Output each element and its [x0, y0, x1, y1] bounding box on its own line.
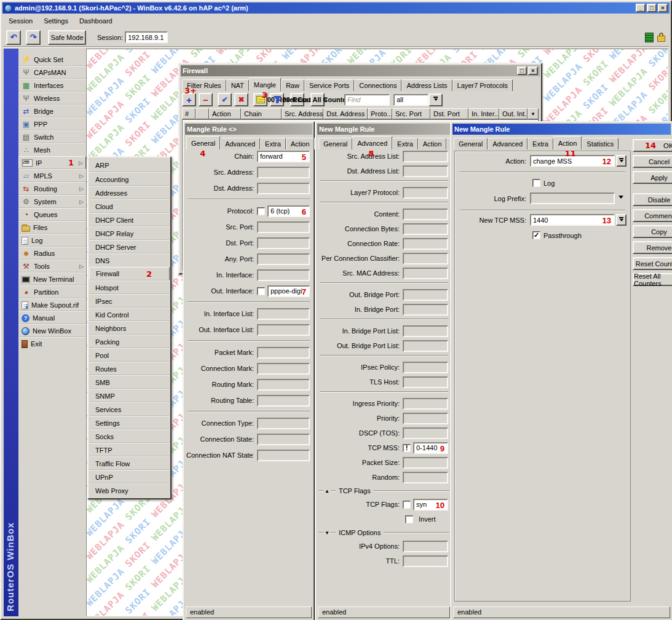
filter-select[interactable]: all: [393, 94, 429, 106]
column-options-button[interactable]: ▼: [528, 108, 539, 119]
sidebar-item-mpls[interactable]: ▱MPLS▷: [18, 169, 86, 182]
column-header-src-address[interactable]: Src. Address: [282, 108, 323, 119]
ip-menu-item-dhcp-server[interactable]: DHCP Server: [89, 240, 170, 253]
sidebar-item-log[interactable]: Log: [18, 234, 86, 247]
dst-address-list-input[interactable]: [403, 165, 448, 177]
mangle-general-tab-advanced[interactable]: Advanced: [220, 138, 260, 149]
log-checkbox[interactable]: [532, 179, 540, 187]
remove-button[interactable]: Remove: [633, 241, 672, 254]
sidebar-item-radius[interactable]: ☻Radius: [18, 247, 86, 260]
column-header-out-int[interactable]: Out. Int...: [499, 108, 528, 119]
column-header-src-port[interactable]: Src. Port: [392, 108, 430, 119]
disable-button[interactable]: Disable: [633, 193, 672, 206]
ip-menu-item-traffic-flow[interactable]: Traffic Flow: [89, 456, 170, 470]
ip-menu-item-packing[interactable]: Packing: [89, 335, 170, 348]
reset-counters-button[interactable]: Reset Counters: [633, 257, 672, 270]
in-bridge-port-list-input[interactable]: [403, 325, 448, 337]
log-prefix-input[interactable]: [530, 193, 615, 204]
collapse-arrow-icon[interactable]: ▲: [325, 488, 330, 494]
mangle-action-tab-action[interactable]: Action11: [553, 136, 582, 149]
ip-menu-item-addresses[interactable]: Addresses: [89, 186, 170, 199]
mangle-advanced-tab-extra[interactable]: Extra: [392, 138, 418, 149]
ip-menu-item-accounting[interactable]: Accounting: [89, 172, 170, 186]
out-bridge-port-input[interactable]: [403, 289, 448, 301]
random-input[interactable]: [403, 472, 448, 483]
firewall-tab-connections[interactable]: Connections: [354, 79, 401, 91]
copy-button[interactable]: Copy: [633, 225, 672, 238]
connection-nat-state-input[interactable]: [257, 450, 310, 461]
safe-mode-button[interactable]: Safe Mode: [48, 30, 86, 45]
sidebar-item-exit[interactable]: Exit: [18, 337, 86, 350]
sidebar-item-files[interactable]: Files: [18, 221, 86, 234]
reset-all-counters-button[interactable]: 00 Reset All Counters: [310, 93, 325, 106]
new-tcp-mss-input[interactable]: 1440 13: [530, 214, 615, 226]
ip-menu-item-dhcp-client[interactable]: DHCP Client: [89, 213, 170, 226]
ip-menu-item-socks[interactable]: Socks: [89, 429, 170, 443]
out-bridge-port-list-input[interactable]: [403, 340, 448, 352]
ip-menu-item-arp[interactable]: ARP: [89, 159, 170, 172]
close-button[interactable]: ×: [658, 4, 668, 12]
action-dropdown-button[interactable]: [616, 155, 627, 167]
mangle-action-tab-advanced[interactable]: Advanced: [488, 138, 528, 149]
find-input[interactable]: Find: [344, 94, 390, 106]
ttl-input[interactable]: [403, 555, 448, 567]
menu-session[interactable]: Session: [3, 16, 38, 26]
ip-menu-item-neighbors[interactable]: Neighbors: [89, 321, 170, 335]
firewall-tab-layer7-protocols[interactable]: Layer7 Protocols: [453, 79, 513, 91]
column-header-action[interactable]: Action: [209, 108, 241, 119]
tls-host-input[interactable]: [403, 376, 448, 388]
column-header-[interactable]: #: [182, 108, 196, 119]
protocol-input[interactable]: 6 (tcp)6: [267, 205, 310, 217]
ip-menu-item-pool[interactable]: Pool: [89, 348, 170, 362]
apply-button[interactable]: Apply: [633, 171, 672, 184]
mangle-advanced-tab-action[interactable]: Action: [418, 138, 447, 149]
per-connection-classifier-input[interactable]: [403, 253, 448, 264]
sidebar-item-system[interactable]: ⚙System▷: [18, 195, 86, 208]
connection-type-input[interactable]: [257, 418, 310, 429]
sidebar-item-new-terminal[interactable]: New Terminal: [18, 272, 86, 285]
mangle-general-tab-extra[interactable]: Extra: [260, 138, 286, 149]
out-interface-enable-checkbox[interactable]: [257, 287, 265, 295]
ip-menu-item-snmp[interactable]: SNMP: [89, 389, 170, 402]
firewall-tab-nat[interactable]: NAT: [226, 79, 249, 91]
passthrough-checkbox[interactable]: ✓: [532, 231, 540, 239]
priority-input[interactable]: [403, 413, 448, 424]
mangle-general-tab-general[interactable]: General4: [186, 136, 220, 149]
sidebar-item-make-supout-rif[interactable]: Make Supout.rif: [18, 298, 86, 311]
session-value-box[interactable]: 192.168.9.1: [125, 31, 168, 43]
tcp-mss-input[interactable]: 0-14409: [413, 442, 448, 454]
sidebar-item-new-winbox[interactable]: New WinBox: [18, 324, 86, 337]
group-header-icmp-options[interactable]: ▼ICMP Options: [318, 528, 449, 537]
mangle-action-tab-statistics[interactable]: Statistics: [582, 138, 619, 149]
tcp-flags-enable-checkbox[interactable]: [403, 501, 411, 509]
out-interface-list-input[interactable]: [257, 324, 310, 336]
ip-menu-item-web-proxy[interactable]: Web Proxy: [89, 483, 170, 497]
src-address-list-input[interactable]: [403, 151, 448, 162]
cancel-button[interactable]: Cancel: [633, 155, 672, 168]
sidebar-item-bridge[interactable]: ⇄Bridge: [18, 105, 86, 117]
any-port-input[interactable]: [257, 253, 310, 265]
column-header-proto[interactable]: Proto...: [368, 108, 392, 119]
ip-menu-item-hotspot[interactable]: Hotspot: [89, 280, 170, 294]
ip-menu-item-ipsec[interactable]: IPsec: [89, 294, 170, 308]
ipsec-policy-input[interactable]: [403, 362, 448, 373]
ip-menu-item-cloud[interactable]: Cloud: [89, 199, 170, 213]
reset-all-counters-button[interactable]: Reset All Counters: [633, 273, 672, 286]
menu-dashboard[interactable]: Dashboard: [74, 16, 118, 26]
firewall-tab-address-lists[interactable]: Address Lists: [401, 79, 452, 91]
menu-settings[interactable]: Settings: [38, 16, 74, 26]
column-header-blank[interactable]: [196, 108, 209, 119]
dscp-tos-input[interactable]: [403, 427, 448, 439]
column-header-dst-port[interactable]: Dst. Port: [430, 108, 468, 119]
mangle-action-tab-extra[interactable]: Extra: [528, 138, 553, 149]
mangle-advanced-tab-advanced[interactable]: Advanced8: [352, 136, 392, 149]
connection-rate-input[interactable]: [403, 238, 448, 250]
sidebar-item-capsman[interactable]: ΨCAPsMAN: [18, 66, 86, 79]
sidebar-item-tools[interactable]: ⚒Tools▷: [18, 260, 86, 272]
group-header-tcp-flags[interactable]: ▲TCP Flags: [318, 487, 449, 495]
invert-checkbox[interactable]: [405, 515, 413, 523]
ip-menu-item-settings[interactable]: Settings: [89, 416, 170, 429]
undo-button[interactable]: ↶: [6, 30, 21, 45]
ip-menu-item-firewall[interactable]: Firewall2: [89, 267, 170, 280]
sidebar-item-ppp[interactable]: ▣PPP: [18, 117, 86, 130]
